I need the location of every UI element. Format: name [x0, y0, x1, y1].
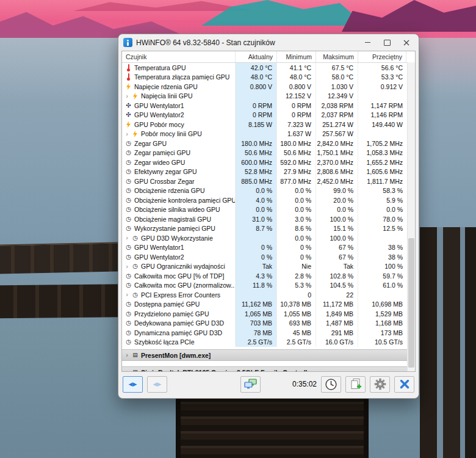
fan-icon: ✣ [124, 103, 132, 109]
avg-value: 1,147 RPM [358, 101, 408, 111]
table-row[interactable]: ◷Obciążenie silnika wideo GPU0.0 %0.0 %0… [122, 205, 408, 215]
expander-icon[interactable]: › [124, 369, 129, 372]
session-timer: 0:35:02 [292, 380, 317, 388]
minimize-icon [365, 42, 370, 43]
table-row[interactable]: ◷Obciążenie rdzenia GPU0.0 %0.0 %99.0 %5… [122, 186, 408, 196]
avg-value: 53.3 °C [358, 73, 408, 82]
table-row[interactable]: ›Napięcia linii GPU12.152 V12.349 V [122, 92, 408, 101]
min-value: 8.6 % [277, 224, 316, 234]
settings-button[interactable] [370, 376, 390, 393]
table-row[interactable]: ◷Całkowita moc GPU (znormalizow...11.8 %… [122, 281, 408, 291]
report-button[interactable] [345, 376, 366, 393]
scrollbar-thumb[interactable] [408, 238, 414, 368]
table-row[interactable]: ◷Obciążenie magistrali GPU31.0 %3.0 %100… [122, 214, 408, 224]
expander-icon[interactable]: › [124, 234, 129, 241]
titlebar[interactable]: HWiNFO® 64 v8.32-5840 - Stan czujników [118, 34, 419, 51]
max-value: 1.030 V [316, 82, 358, 92]
min-value: Nie [277, 262, 316, 272]
max-value: 1,487 MB [316, 319, 358, 329]
table-row[interactable]: ›◷PCI Express Error Counters022 [122, 290, 408, 300]
section-row[interactable]: ›▤PresentMon [dwm.exe] [122, 349, 408, 361]
close-button[interactable] [397, 35, 416, 50]
table-row[interactable]: ◷GPU Wentylator10 %0 %67 %38 % [122, 243, 408, 253]
table-row[interactable]: Napięcie rdzenia GPU0.800 V0.800 V1.030 … [122, 82, 408, 92]
table-row[interactable]: ◷GPU Crossbar Zegar885.0 MHz877.0 MHz2,4… [122, 176, 408, 186]
avg-value: 38 % [358, 243, 408, 253]
clock-icon: ◷ [124, 254, 132, 260]
current-value: 42.0 °C [236, 63, 277, 73]
current-value: 8.7 % [236, 224, 277, 234]
expander-icon[interactable]: › [124, 93, 129, 100]
sensor-label: GPU Pobór mocy [134, 121, 184, 128]
table-row[interactable]: ◷Całkowita moc GPU [% of TDP]4.3 %2.8 %1… [122, 271, 408, 281]
sensor-label: Obciążenie rdzenia GPU [134, 187, 205, 194]
sensor-label-cell: ◷Obciążenie magistrali GPU [122, 214, 236, 224]
table-row[interactable]: ◷GPU Wentylator20 %0 %67 %38 % [122, 252, 408, 262]
clock-button[interactable] [321, 376, 341, 393]
table-row[interactable]: ›◷GPU Ograniczniki wydajnościTakNieTak10… [122, 262, 408, 272]
max-value: 11,172 MB [316, 300, 358, 310]
sensor-label: GPU Wentylator1 [134, 102, 184, 109]
clock-icon: ◷ [131, 263, 139, 269]
table-row[interactable]: ◷Szybkość łącza PCIe2.5 GT/s2.5 GT/s16.0… [122, 338, 408, 347]
table-row[interactable]: ✣GPU Wentylator20 RPM0 RPM2,037 RPM1,146… [122, 111, 408, 120]
avg-value [358, 92, 408, 101]
avg-value: 100 % [358, 262, 408, 272]
clock-icon: ◷ [131, 292, 139, 298]
table-row[interactable]: ◷Wykorzystanie pamięci GPU8.7 %8.6 %15.1… [122, 224, 408, 234]
avg-value: 61.0 % [358, 281, 408, 291]
column-header-maximum[interactable]: Maksimum [316, 51, 358, 62]
sensor-label: Szybkość łącza PCIe [134, 338, 195, 346]
column-header-current[interactable]: Aktualny [236, 51, 277, 62]
column-header-sensor[interactable]: Czujnik [122, 51, 236, 62]
table-row[interactable]: ◷Zegar pamięci GPU50.6 MHz50.6 MHz1,750.… [122, 148, 408, 158]
table-row[interactable]: ◷Efektywny zegar GPU52.8 MHz27.9 MHz2,80… [122, 167, 408, 177]
maximize-button[interactable] [377, 35, 397, 50]
remote-monitoring-button[interactable] [240, 376, 261, 393]
clock-icon: ◷ [124, 339, 132, 345]
sensor-label: Dedykowana pamięć GPU D3D [134, 319, 224, 327]
table-row[interactable]: Temperatura GPU42.0 °C41.1 °C67.5 °C56.6… [122, 63, 408, 73]
nav-arrows-secondary-button[interactable]: ◀▶ [147, 376, 167, 393]
current-value: 0.800 V [236, 82, 277, 92]
current-value: 885.0 MHz [236, 176, 277, 186]
minimize-button[interactable] [358, 35, 377, 50]
close-sensors-button[interactable] [394, 376, 414, 393]
nav-arrows-button[interactable]: ◀▶ [123, 376, 143, 393]
column-header-average[interactable]: Przeciętny [358, 51, 406, 62]
expander-icon[interactable]: › [124, 131, 129, 137]
table-row[interactable]: ›◷GPU D3D Wykorzystanie0.0 %100.0 % [122, 233, 408, 243]
table-row[interactable]: GPU Pobór mocy8.185 W7.323 W251.274 W149… [122, 120, 408, 129]
table-row[interactable]: Temperatura złącza pamięci GPU48.0 °C48.… [122, 73, 408, 82]
min-value: 0 % [277, 243, 316, 253]
avg-value: 38 % [358, 252, 408, 262]
sensor-label-cell: ◷Szybkość łącza PCIe [122, 338, 236, 347]
avg-value: 5.9 % [358, 195, 408, 205]
sensor-label-cell: ✣GPU Wentylator2 [122, 111, 236, 120]
column-header-minimum[interactable]: Minimum [277, 51, 316, 62]
table-row[interactable]: ◷Obciążenie kontrolera pamięci GPU4.0 %0… [122, 195, 408, 205]
avg-value: 10.5 GT/s [358, 338, 408, 347]
expander-icon[interactable]: › [124, 291, 129, 298]
current-value: 0.0 % [236, 186, 277, 196]
table-row[interactable]: ›Pobór mocy linii GPU1.637 W257.567 W [122, 129, 408, 139]
table-row[interactable]: ✣GPU Wentylator10 RPM0 RPM2,038 RPM1,147… [122, 101, 408, 111]
min-value: 45 MB [277, 328, 316, 338]
table-row[interactable]: ◷Dynamiczna pamięć GPU D3D78 MB45 MB291 … [122, 328, 408, 338]
expander-icon[interactable]: › [124, 352, 129, 358]
expander-icon[interactable]: › [124, 263, 129, 270]
sensor-label-cell: GPU Pobór mocy [122, 120, 236, 129]
table-row[interactable]: ◷Dedykowana pamięć GPU D3D703 MB693 MB1,… [122, 319, 408, 329]
sensor-label-cell: ◷GPU Wentylator1 [122, 243, 236, 253]
table-row[interactable]: ◷Przydzielono pamięć GPU1,065 MB1,055 MB… [122, 309, 408, 319]
section-row[interactable]: ›▤Sieć: Realtek RTL8125 Gaming 2.5GbE Fa… [122, 366, 408, 372]
vertical-scrollbar[interactable] [407, 62, 415, 371]
table-row[interactable]: ◷Zegar GPU180.0 MHz180.0 MHz2,842.0 MHz1… [122, 139, 408, 148]
sensor-label: Napięcia linii GPU [141, 92, 193, 100]
clock-icon: ◷ [124, 311, 132, 317]
desktop: HWiNFO® 64 v8.32-5840 - Stan czujników C… [0, 0, 476, 458]
sensor-label-cell: ◷GPU Crossbar Zegar [122, 176, 236, 186]
table-row[interactable]: ◷Zegar wideo GPU600.0 MHz592.0 MHz2,370.… [122, 158, 408, 167]
min-value: 0 % [277, 252, 316, 262]
table-row[interactable]: ◷Dostępna pamięć GPU11,162 MB10,378 MB11… [122, 300, 408, 310]
